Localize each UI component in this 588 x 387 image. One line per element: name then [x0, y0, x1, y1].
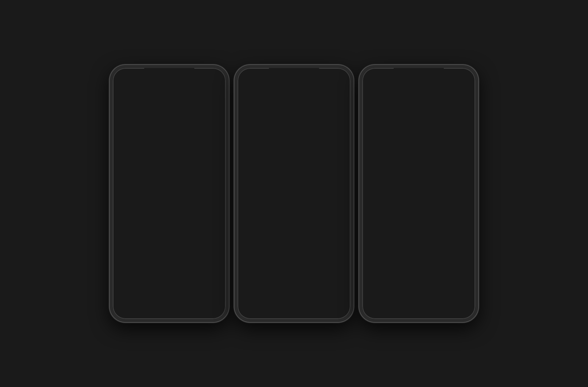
music-strokes: The Strokes: [180, 215, 205, 218]
app-notes-2[interactable]: Notes: [294, 187, 318, 231]
app-settings[interactable]: Settings: [144, 155, 168, 178]
notes-icon: [174, 155, 192, 173]
app-maps[interactable]: 280 Maps: [117, 129, 141, 151]
weather-widget[interactable]: Weather ☁️ Expect rain inthe next hour I…: [117, 81, 221, 120]
app-calendar-3[interactable]: 22Monday Calendar: [447, 242, 471, 265]
app-youtube-3[interactable]: YouTube: [446, 81, 471, 123]
app-slack[interactable]: # Slack: [171, 129, 195, 151]
wifi-icon: ▲: [201, 75, 205, 79]
app-photos-3[interactable]: Photos: [420, 216, 444, 239]
app-reminders-2[interactable]: Reminders: [322, 187, 346, 231]
app-camera-3[interactable]: Camera: [394, 216, 417, 239]
svg-text:A: A: [303, 140, 306, 145]
app-settings-3[interactable]: Settings: [431, 124, 449, 147]
podcast-avatar-img: [250, 196, 269, 215]
maps-label: Maps: [125, 148, 133, 151]
dock-messages-2[interactable]: [248, 292, 266, 310]
app-clock[interactable]: Clock: [117, 228, 141, 251]
translate-icon-2: A文: [298, 135, 317, 153]
app-home[interactable]: Home: [145, 181, 169, 225]
svg-point-22: [206, 161, 208, 163]
slack-icon-2: [245, 161, 263, 179]
svg-text:A: A: [125, 160, 128, 165]
app-clock-3[interactable]: Clock: [420, 242, 444, 265]
app-slack-2[interactable]: Slack: [242, 161, 266, 183]
app-home-2[interactable]: Home: [323, 161, 346, 183]
svg-point-100: [255, 199, 263, 207]
dock-phone-1[interactable]: [197, 292, 215, 310]
signal-icon: ●●●: [207, 75, 213, 79]
calendar-widget[interactable]: WWDC No more events today JUNE S M T W T…: [367, 154, 471, 208]
app-reminders-3[interactable]: Reminders: [394, 242, 417, 265]
cal-month: JUNE: [457, 159, 466, 162]
dock-safari-2[interactable]: [297, 292, 315, 310]
podcast-widget[interactable]: 🎙️ 1H 47M LEFT Ali Abdaal Podcasts: [242, 187, 291, 231]
app-settings-2[interactable]: Settings: [323, 135, 346, 157]
calendar-label-3: Calendar: [453, 262, 465, 265]
album-thumb-2: [271, 104, 293, 123]
dock-messages-3[interactable]: [373, 292, 391, 310]
dock-mail-1[interactable]: [148, 292, 166, 310]
dock-phone-2[interactable]: [322, 292, 340, 310]
svg-rect-65: [246, 85, 255, 93]
app-notes-3[interactable]: Notes: [367, 242, 391, 265]
intensity-label: Intensity: [122, 105, 216, 109]
status-bar-3: 8:11 ▲ ▓: [362, 67, 476, 81]
svg-marker-134: [430, 90, 432, 92]
camera-icon: [200, 129, 218, 147]
dock-safari-1[interactable]: [172, 292, 191, 310]
photos-label-2: Photos: [302, 180, 312, 183]
app-notes[interactable]: Notes: [171, 155, 195, 178]
dock-mail-3[interactable]: [397, 292, 416, 310]
app-calendar-2[interactable]: 22Monday Calendar: [296, 234, 319, 257]
music-widget-large[interactable]: The New Abnormal The Strokes ♪ ESSENTIAL…: [242, 81, 346, 126]
music-widget-small[interactable]: The New Abnormal The Strokes ♪ Music: [172, 181, 221, 225]
cal-d12: 12: [440, 179, 453, 185]
home-icon-3: [450, 216, 468, 234]
svg-text:280: 280: [250, 143, 255, 146]
cal-d25: 26: [426, 192, 439, 197]
status-bar-1: 7:23 ▲ ●●● ▓: [112, 67, 226, 81]
app-home-3[interactable]: Home: [447, 216, 471, 239]
maps-icon: 280: [120, 129, 138, 147]
app-translate-2[interactable]: A文 Translate: [296, 135, 319, 157]
maps-icon-2: 280: [245, 135, 263, 153]
cal-f1: F: [440, 169, 453, 172]
calendar-icon-img: 22Monday: [147, 228, 165, 246]
app-translate-3[interactable]: A文 Translate: [409, 124, 428, 147]
app-calendar[interactable]: 22Monday Calendar: [144, 228, 168, 251]
home-icon: [148, 181, 166, 199]
screen-content-3: 📱 ⌚ 🎧 🎒 280: [362, 81, 476, 311]
app-reminders[interactable]: Reminders: [198, 155, 222, 178]
battery-grid: 📱 ⌚ 🎧 🎒: [370, 84, 412, 119]
cal-d7: 7: [371, 179, 384, 185]
album-thumb-3: ESSENTIALS: [295, 104, 318, 123]
reminders-icon-3: [396, 242, 414, 260]
app-clock-2[interactable]: Clock: [269, 234, 293, 257]
battery-icon-2: ▓: [339, 75, 342, 79]
battery-widget[interactable]: 📱 ⌚ 🎧 🎒: [367, 81, 416, 123]
app-slack-3[interactable]: Slack: [367, 216, 391, 239]
dock-mail-2[interactable]: [273, 292, 291, 310]
youtube-play-btn: [150, 134, 161, 142]
app-translate[interactable]: A文 Translate: [117, 155, 141, 178]
app-maps-2[interactable]: 280 Maps: [242, 135, 266, 157]
app-youtube[interactable]: YouTube: [144, 129, 168, 151]
slack-icon-3: [370, 216, 388, 234]
dock-messages-1[interactable]: [123, 292, 142, 310]
cal-d4: 4: [426, 173, 439, 178]
svg-point-89: [282, 168, 283, 169]
no-events-label: No more events today: [371, 163, 405, 167]
app-camera-2[interactable]: Camera: [269, 161, 293, 183]
dock-safari-3[interactable]: [422, 292, 440, 310]
time-830: 8:30: [210, 113, 216, 116]
youtube-play-2: [275, 140, 286, 148]
dot-2-2: [295, 314, 297, 316]
app-youtube-2[interactable]: YouTube: [269, 135, 293, 157]
app-photos-2[interactable]: Photos: [296, 161, 319, 183]
app-maps-3[interactable]: 280 Maps: [419, 81, 443, 123]
app-camera[interactable]: Camera: [198, 129, 222, 151]
app-photos[interactable]: Photos: [117, 181, 142, 225]
reminders-icon-2: [325, 187, 343, 205]
dock-phone-3[interactable]: [446, 292, 465, 310]
